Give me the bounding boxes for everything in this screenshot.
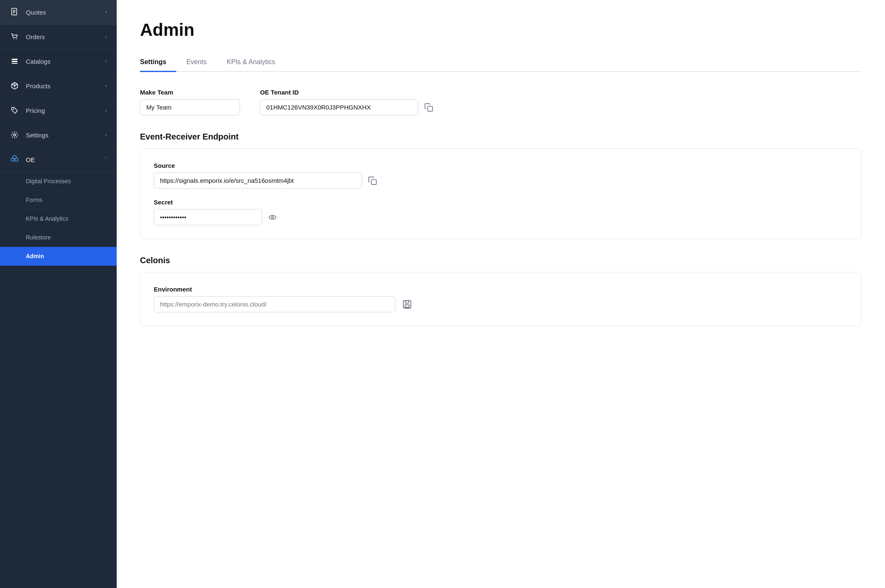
- svg-rect-8: [12, 63, 18, 64]
- box-icon: [10, 81, 19, 90]
- svg-point-9: [13, 109, 14, 110]
- sidebar-item-label: Quotes: [26, 9, 46, 16]
- chevron-right-icon: ›: [105, 132, 107, 138]
- sidebar-subitem-kpis-analytics[interactable]: KPIs & Analytics: [0, 209, 117, 228]
- tab-settings[interactable]: Settings: [140, 53, 176, 72]
- save-environment-button[interactable]: [400, 297, 415, 312]
- sidebar-item-quotes[interactable]: Quotes ›: [0, 0, 117, 25]
- sidebar-item-catalogs[interactable]: Catalogs ›: [0, 49, 117, 74]
- svg-point-4: [14, 39, 15, 40]
- source-row: [154, 172, 848, 189]
- sidebar-item-orders[interactable]: Orders ›: [0, 25, 117, 49]
- svg-rect-11: [11, 158, 14, 161]
- sidebar-item-label: Settings: [26, 132, 48, 139]
- source-input[interactable]: [154, 172, 362, 189]
- page-title: Admin: [140, 20, 862, 40]
- environment-label: Environment: [154, 286, 848, 293]
- sidebar-item-label: Products: [26, 82, 50, 90]
- svg-point-15: [269, 215, 276, 219]
- tab-kpis-analytics[interactable]: KPIs & Analytics: [227, 53, 285, 72]
- secret-row: [154, 209, 848, 225]
- cart-icon: [10, 32, 19, 41]
- make-team-input[interactable]: [140, 99, 240, 115]
- chevron-right-icon: ›: [105, 9, 107, 15]
- event-receiver-title: Event-Receiver Endpoint: [140, 132, 862, 142]
- sidebar-item-settings[interactable]: Settings ›: [0, 123, 117, 147]
- gear-icon: [10, 130, 19, 140]
- layers-icon: [10, 57, 19, 66]
- environment-row: [154, 296, 848, 312]
- sidebar-subitem-rulestore[interactable]: Rulestore: [0, 228, 117, 247]
- make-team-group: Make Team: [140, 89, 240, 115]
- svg-point-16: [272, 216, 274, 218]
- copy-tenant-id-button[interactable]: [422, 101, 435, 114]
- main-content: Admin Settings Events KPIs & Analytics M…: [117, 0, 885, 588]
- tab-events[interactable]: Events: [186, 53, 217, 72]
- celonis-title: Celonis: [140, 256, 862, 265]
- secret-label: Secret: [154, 199, 848, 206]
- svg-rect-18: [405, 301, 409, 303]
- svg-rect-13: [428, 106, 432, 111]
- celonis-card: Environment: [140, 272, 862, 326]
- svg-rect-12: [15, 158, 18, 161]
- sidebar: Quotes › Orders ›: [0, 0, 117, 588]
- copy-source-button[interactable]: [366, 174, 379, 187]
- sidebar-item-label: OE: [26, 156, 35, 163]
- sidebar-subitem-forms[interactable]: Forms: [0, 191, 117, 209]
- tag-icon: [10, 106, 19, 115]
- svg-rect-7: [12, 61, 18, 62]
- svg-point-10: [14, 134, 16, 136]
- chevron-right-icon: ›: [105, 107, 107, 113]
- chevron-right-icon: ›: [105, 83, 107, 89]
- source-label: Source: [154, 162, 848, 169]
- svg-point-5: [16, 39, 17, 40]
- chevron-right-icon: ›: [105, 34, 107, 40]
- sidebar-subitem-digital-processes[interactable]: Digital Processes: [0, 172, 117, 191]
- toggle-secret-button[interactable]: [266, 211, 279, 224]
- sidebar-item-label: Pricing: [26, 107, 45, 114]
- document-icon: [10, 7, 19, 17]
- sidebar-item-oe[interactable]: OE ˅: [0, 147, 117, 172]
- chevron-right-icon: ›: [105, 58, 107, 64]
- svg-rect-6: [12, 59, 18, 60]
- oe-tenant-group: OE Tenant ID: [260, 89, 435, 115]
- secret-group: Secret: [154, 199, 848, 225]
- team-tenant-row: Make Team OE Tenant ID: [140, 89, 862, 115]
- event-receiver-card: Source Secret: [140, 148, 862, 239]
- oe-tenant-id-label: OE Tenant ID: [260, 89, 435, 96]
- environment-input[interactable]: [154, 296, 395, 312]
- svg-rect-19: [405, 305, 409, 307]
- secret-input[interactable]: [154, 209, 262, 225]
- sidebar-item-products[interactable]: Products ›: [0, 74, 117, 98]
- oe-tenant-id-row: [260, 99, 435, 115]
- sidebar-subitem-admin[interactable]: Admin: [0, 247, 117, 266]
- sidebar-item-label: Catalogs: [26, 58, 50, 65]
- oe-icon: [10, 155, 19, 164]
- sidebar-item-label: Orders: [26, 33, 45, 40]
- svg-rect-14: [371, 179, 376, 184]
- sidebar-item-pricing[interactable]: Pricing ›: [0, 98, 117, 123]
- source-group: Source: [154, 162, 848, 189]
- environment-group: Environment: [154, 286, 848, 312]
- oe-tenant-id-input[interactable]: [260, 99, 418, 115]
- chevron-down-icon: ˅: [104, 157, 107, 162]
- tab-bar: Settings Events KPIs & Analytics: [140, 53, 862, 72]
- make-team-label: Make Team: [140, 89, 240, 96]
